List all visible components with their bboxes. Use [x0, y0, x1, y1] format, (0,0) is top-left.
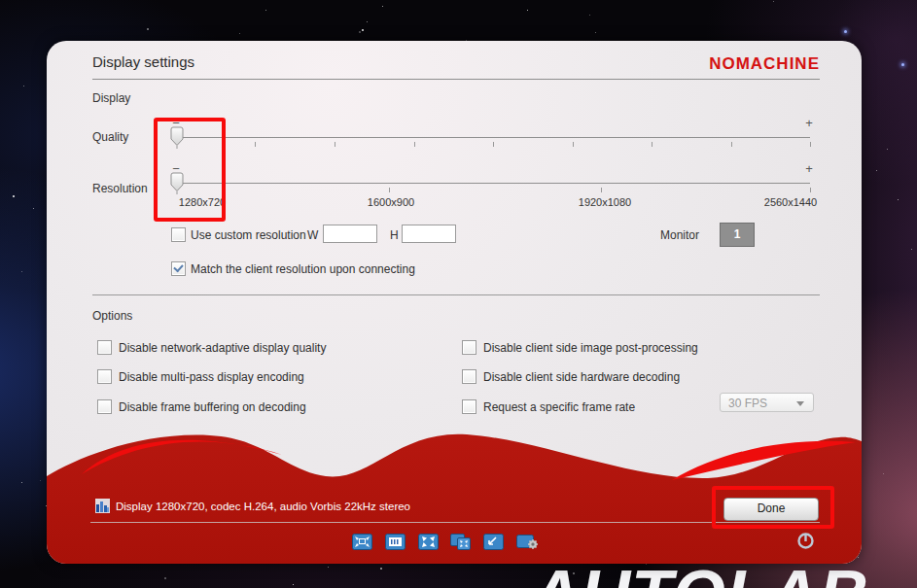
options-section-label: Options — [92, 309, 132, 323]
slider-tick — [573, 142, 574, 147]
bright-star — [901, 63, 904, 66]
resolution-tick-label: 1600x900 — [333, 196, 449, 208]
match-client-resolution-checkbox[interactable] — [171, 261, 186, 276]
width-field[interactable] — [323, 225, 377, 243]
resolution-tick-label: 2560x1440 — [732, 196, 849, 208]
use-custom-resolution-checkbox[interactable] — [171, 227, 186, 242]
statistics-icon — [95, 499, 110, 513]
quality-slider-track[interactable] — [176, 137, 810, 138]
width-label: W — [307, 228, 318, 242]
option-label: Disable multi-pass display encoding — [119, 370, 304, 384]
monitor-label: Monitor — [660, 228, 699, 242]
slider-tick — [414, 142, 415, 147]
monitor-1-button[interactable]: 1 — [720, 223, 755, 247]
frame-rate-value: 30 FPS — [728, 397, 767, 410]
slider-tick — [652, 142, 652, 147]
quality-plus-button[interactable]: + — [802, 116, 816, 130]
slider-tick — [493, 142, 494, 147]
screen: AUTOLAB Display settings NOMACHINE Displ… — [0, 0, 917, 588]
page-title: Display settings — [92, 53, 194, 70]
use-custom-resolution-label: Use custom resolution — [191, 228, 306, 242]
disable-postprocessing-checkbox[interactable] — [462, 340, 476, 355]
option-label: Disable client side hardware decoding — [483, 370, 680, 384]
divider — [92, 79, 820, 80]
disable-frame-buffering-checkbox[interactable] — [97, 399, 112, 414]
nomachine-logo: NOMACHINE — [709, 54, 820, 74]
slider-tick — [810, 142, 811, 147]
session-status: Display 1280x720, codec H.264, audio Vor… — [95, 499, 410, 513]
status-text: Display 1280x720, codec H.264, audio Vor… — [116, 501, 410, 512]
power-icon[interactable] — [796, 532, 815, 550]
option-label: Disable network-adaptive display quality — [119, 341, 326, 355]
slider-tick — [335, 142, 335, 147]
chevron-down-icon — [796, 401, 804, 406]
slider-tick — [810, 188, 811, 192]
option-label: Request a specific frame rate — [483, 400, 635, 414]
bright-star — [844, 30, 847, 33]
annotation-rect-done — [712, 486, 834, 529]
height-field[interactable] — [402, 225, 456, 243]
resolution-slider-track[interactable] — [176, 183, 810, 184]
fullscreen-icon[interactable] — [418, 534, 439, 550]
divider — [92, 294, 820, 295]
slider-tick — [255, 142, 256, 147]
height-label: H — [390, 228, 399, 242]
disable-multipass-checkbox[interactable] — [97, 369, 112, 384]
keyboard-icon[interactable] — [385, 534, 406, 550]
request-frame-rate-checkbox[interactable] — [462, 399, 476, 414]
frame-rate-dropdown[interactable]: 30 FPS — [720, 393, 814, 412]
slider-tick — [731, 142, 732, 147]
divider — [90, 522, 820, 523]
disable-hw-decoding-checkbox[interactable] — [462, 369, 476, 384]
display-section-label: Display — [92, 91, 130, 105]
quality-label: Quality — [92, 130, 128, 144]
option-label: Disable frame buffering on decoding — [119, 400, 306, 414]
display-settings-icon[interactable] — [516, 534, 540, 550]
resolution-tick-label: 1920x1080 — [547, 196, 663, 208]
display-settings-dialog: Display settings NOMACHINE Display Quali… — [47, 41, 862, 564]
disable-network-adaptive-checkbox[interactable] — [97, 340, 112, 355]
minimize-icon[interactable] — [483, 534, 504, 550]
resolution-label: Resolution — [92, 182, 148, 195]
resize-screens-icon[interactable] — [450, 534, 471, 550]
resolution-plus-button[interactable]: + — [802, 161, 816, 176]
fit-to-window-icon[interactable] — [352, 534, 372, 550]
slider-tick — [601, 188, 602, 192]
option-label: Disable client side image post-processin… — [483, 341, 698, 355]
match-client-resolution-label: Match the client resolution upon connect… — [191, 262, 415, 276]
annotation-rect-sliders — [154, 118, 226, 222]
slider-tick — [389, 188, 390, 192]
